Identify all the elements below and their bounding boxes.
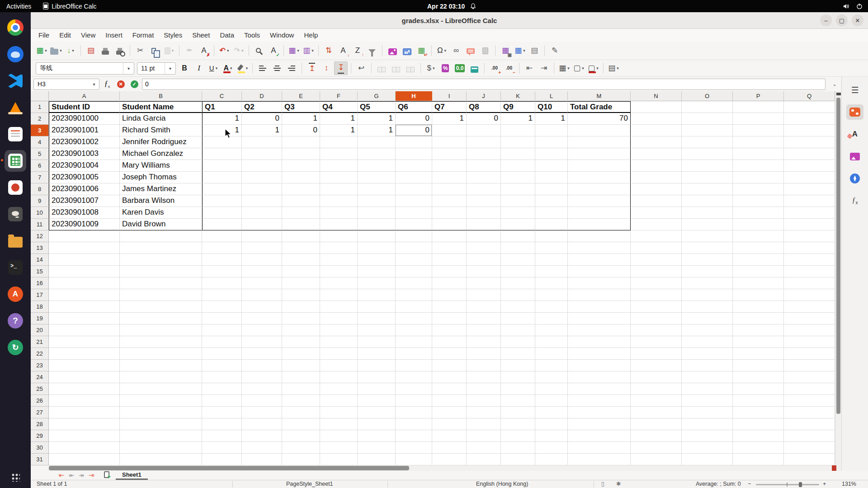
cell-I1[interactable]: Q7 [432, 101, 467, 113]
cell-D24[interactable] [242, 371, 282, 383]
cell-D15[interactable] [242, 266, 282, 277]
select-all-corner[interactable] [31, 91, 49, 101]
cell-Q21[interactable] [784, 336, 835, 348]
cell-H2[interactable]: 0 [396, 113, 432, 125]
font-size-combo[interactable]: 11 pt ▾ [137, 62, 176, 75]
format-as-percent-button[interactable]: % [439, 61, 452, 75]
insert-special-character-button[interactable]: Ω▾ [435, 44, 448, 57]
clear-formatting-button[interactable]: A✗ [197, 44, 211, 57]
cell-P16[interactable] [733, 277, 784, 289]
cell-A23[interactable] [49, 360, 120, 371]
cell-H19[interactable] [396, 313, 432, 324]
cell-K9[interactable] [501, 195, 535, 207]
cell-I14[interactable] [432, 254, 467, 266]
cell-H28[interactable] [396, 418, 432, 430]
conditional-formatting-dropdown-icon[interactable]: ▾ [617, 66, 619, 70]
cell-H31[interactable] [396, 454, 432, 465]
cell-J23[interactable] [467, 360, 501, 371]
cell-C22[interactable] [202, 348, 242, 360]
menu-sheet[interactable]: Sheet [187, 29, 215, 42]
cell-C4[interactable] [202, 136, 242, 148]
cell-G9[interactable] [358, 195, 396, 207]
cell-P21[interactable] [733, 336, 784, 348]
cell-J9[interactable] [467, 195, 501, 207]
dock-item-terminal[interactable] [5, 257, 26, 278]
cell-L1[interactable]: Q10 [535, 101, 568, 113]
cell-D26[interactable] [242, 395, 282, 407]
dock-item-document-app[interactable] [5, 123, 26, 145]
cell-K2[interactable]: 1 [501, 113, 535, 125]
volume-icon[interactable] [843, 3, 850, 9]
cell-C10[interactable] [202, 207, 242, 219]
cell-I18[interactable] [432, 301, 467, 313]
cell-N28[interactable] [631, 418, 682, 430]
cell-J13[interactable] [467, 242, 501, 254]
cell-E12[interactable] [282, 230, 320, 242]
cell-A26[interactable] [49, 395, 120, 407]
cell-A13[interactable] [49, 242, 120, 254]
cell-E21[interactable] [282, 336, 320, 348]
align-right-button[interactable] [285, 61, 298, 75]
menu-format[interactable]: Format [127, 29, 159, 42]
cell-M3[interactable] [568, 125, 631, 136]
new-document-dropdown-icon[interactable]: ▾ [45, 48, 47, 53]
cell-L21[interactable] [535, 336, 568, 348]
row-header-4[interactable]: 4 [31, 136, 49, 148]
cell-L8[interactable] [535, 183, 568, 195]
cell-B27[interactable] [120, 407, 202, 418]
cell-M4[interactable] [568, 136, 631, 148]
row-header-28[interactable]: 28 [31, 418, 49, 430]
cell-C27[interactable] [202, 407, 242, 418]
sort-ascending-button[interactable]: A↓ [336, 44, 350, 57]
cell-P22[interactable] [733, 348, 784, 360]
cell-C7[interactable] [202, 172, 242, 183]
cell-N21[interactable] [631, 336, 682, 348]
row-header-9[interactable]: 9 [31, 195, 49, 207]
copy-button[interactable] [148, 44, 161, 57]
decrease-indent-button[interactable]: ⇤ [523, 61, 536, 75]
cell-K16[interactable] [501, 277, 535, 289]
cell-N13[interactable] [631, 242, 682, 254]
dock-item-libreoffice-impress[interactable] [5, 177, 26, 198]
column-header-Q[interactable]: Q [784, 91, 835, 101]
cell-O29[interactable] [682, 430, 733, 442]
cell-D25[interactable] [242, 383, 282, 395]
cell-M12[interactable] [568, 230, 631, 242]
cell-E3[interactable]: 0 [282, 125, 320, 136]
sidebar-menu[interactable]: ☰ [846, 82, 863, 98]
cell-D6[interactable] [242, 160, 282, 172]
freeze-rows-and-columns-dropdown-icon[interactable]: ▾ [523, 48, 525, 53]
column-header-D[interactable]: D [242, 91, 282, 101]
cell-A22[interactable] [49, 348, 120, 360]
sheet-number-indicator[interactable]: Sheet 1 of 1 [37, 480, 67, 488]
cell-D3[interactable]: 1 [242, 125, 282, 136]
previous-sheet-button[interactable]: ↞ [67, 471, 76, 479]
italic-button[interactable]: I [192, 61, 206, 75]
cell-D17[interactable] [242, 289, 282, 301]
cell-L4[interactable] [535, 136, 568, 148]
cell-A4[interactable]: 20230901002 [49, 136, 120, 148]
cell-I30[interactable] [432, 442, 467, 454]
row-header-18[interactable]: 18 [31, 301, 49, 313]
dock-item-green-utility-app[interactable] [5, 337, 26, 358]
cell-G29[interactable] [358, 430, 396, 442]
sort-button[interactable]: ⇅ [322, 44, 335, 57]
cell-H13[interactable] [396, 242, 432, 254]
highlighting-color-button[interactable]: ▾ [236, 61, 249, 75]
cell-D11[interactable] [242, 219, 282, 230]
cell-Q30[interactable] [784, 442, 835, 454]
cell-M27[interactable] [568, 407, 631, 418]
headers-and-footers-button[interactable] [478, 44, 492, 57]
cell-A20[interactable] [49, 324, 120, 336]
cell-D8[interactable] [242, 183, 282, 195]
cell-K19[interactable] [501, 313, 535, 324]
cell-D14[interactable] [242, 254, 282, 266]
cell-G10[interactable] [358, 207, 396, 219]
cell-H11[interactable] [396, 219, 432, 230]
cell-D10[interactable] [242, 207, 282, 219]
cell-K5[interactable] [501, 148, 535, 160]
cell-E27[interactable] [282, 407, 320, 418]
cell-L31[interactable] [535, 454, 568, 465]
print-button[interactable] [99, 44, 112, 57]
cell-C17[interactable] [202, 289, 242, 301]
